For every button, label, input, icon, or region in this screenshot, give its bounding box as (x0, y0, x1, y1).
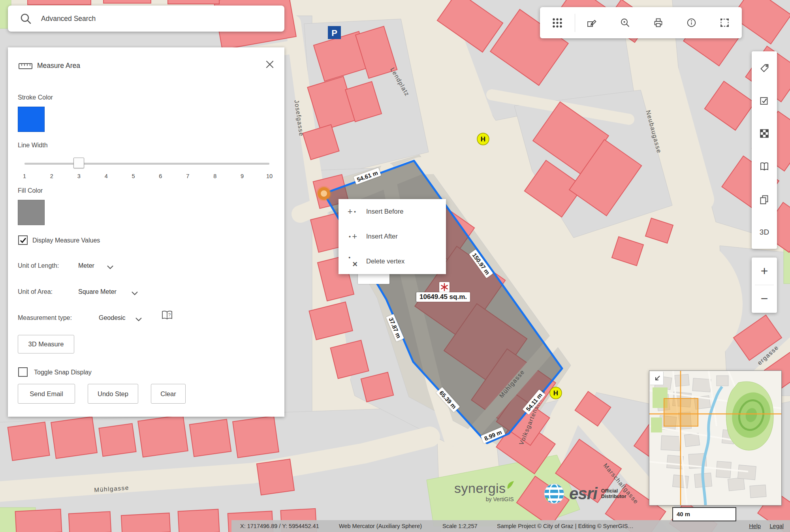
unit-of-length-label: Unit of Length: (18, 261, 59, 271)
display-measure-values-label: Display Measure Values (32, 235, 100, 246)
slider-tick: 5 (132, 173, 135, 179)
help-link[interactable]: Help (749, 520, 761, 532)
chevron-down-icon[interactable] (131, 290, 138, 297)
fill-color-label: Fill Color (18, 186, 43, 195)
slider-tick: 6 (159, 173, 162, 179)
parking-marker: P (328, 26, 341, 39)
chevron-down-icon[interactable] (107, 264, 114, 271)
esri-logo: esri OfficialDistributor (543, 483, 626, 505)
synergis-wordmark: synergis (454, 481, 506, 496)
overview-collapse-button[interactable] (650, 372, 664, 385)
chevron-down-icon[interactable] (135, 316, 142, 323)
app-root: P H H Josefgasse Lendplatz Neubaugasse M… (0, 0, 790, 532)
3d-measure-button[interactable]: 3D Measure (18, 335, 74, 353)
right-toolbar: 3D (752, 51, 777, 249)
help-book-icon[interactable]: ? (160, 310, 174, 322)
by-vertigis-label: by VertiGIS (454, 496, 515, 502)
scale-bar: 40 m (672, 507, 736, 521)
slider-tick: 3 (77, 173, 81, 179)
collapse-arrow-icon (651, 372, 663, 384)
copy-layers-icon[interactable] (752, 183, 777, 216)
menu-item-label: Delete vertex (366, 258, 404, 265)
esri-distributor-label: Distributor (601, 494, 626, 499)
scale-readout: Scale 1:2,257 (442, 520, 478, 532)
close-icon[interactable] (263, 58, 276, 71)
vertex-context-menu: +● Insert Before ●+ Insert After ●× Dele… (339, 199, 446, 274)
apps-grid-icon[interactable] (540, 7, 575, 38)
legal-link[interactable]: Legal (770, 520, 784, 532)
top-toolbar (540, 7, 742, 38)
esri-globe-icon (543, 483, 565, 505)
search-icon (20, 13, 32, 24)
stroke-color-label: Stroke Color (18, 93, 53, 102)
measurement-type-select[interactable]: Geodesic (99, 313, 126, 323)
slider-tick: 9 (241, 173, 244, 179)
insert-after-icon: ●+ (339, 233, 366, 241)
extent-select-icon[interactable] (708, 7, 741, 38)
fill-color-swatch[interactable] (18, 200, 45, 225)
line-width-slider-handle[interactable] (73, 158, 84, 168)
transit-marker-2: H (550, 387, 562, 399)
search-label: Advanced Search (41, 15, 96, 23)
svg-text:H: H (553, 389, 558, 397)
svg-text:?: ? (168, 312, 171, 317)
stroke-color-swatch[interactable] (18, 107, 45, 132)
svg-text:H: H (481, 135, 485, 143)
search-bar[interactable]: Advanced Search (8, 6, 284, 32)
projection-label: Web Mercator (Auxiliary Sphere) (339, 520, 422, 532)
select-features-icon[interactable] (752, 84, 777, 117)
area-label: 10649.45 sq.m. (416, 292, 470, 302)
menu-item-label: Insert After (366, 233, 398, 240)
3d-view-button[interactable]: 3D (752, 216, 777, 248)
tag-icon[interactable] (752, 51, 777, 84)
measurement-type-label: Measurement type: (18, 313, 72, 323)
svg-text:P: P (331, 28, 337, 38)
unit-of-area-label: Unit of Area: (18, 287, 53, 297)
synergis-logo: synergis by VertiGIS (454, 480, 515, 502)
check-icon (20, 237, 26, 243)
menu-item-label: Insert Before (366, 208, 403, 215)
measure-area-panel: Measure Area Stroke Color Line Width 1 2… (8, 47, 284, 417)
slider-tick: 10 (266, 173, 273, 179)
clear-button[interactable]: Clear (151, 384, 186, 404)
toggle-snap-checkbox[interactable] (18, 367, 28, 377)
delete-vertex-icon: ●× (339, 256, 366, 267)
line-width-slider[interactable] (24, 163, 269, 165)
send-email-button[interactable]: Send Email (18, 384, 75, 404)
slider-tick: 4 (105, 173, 108, 179)
slider-tick: 1 (23, 173, 26, 179)
attribution-label: Sample Project © City of Graz | Editing … (497, 520, 634, 532)
unit-of-length-select[interactable]: Meter (78, 261, 94, 271)
panel-title: Measure Area (37, 62, 80, 70)
esri-wordmark: esri (569, 484, 597, 503)
transit-marker-1: H (477, 133, 489, 145)
display-measure-values-checkbox[interactable] (18, 235, 28, 245)
coordinates-readout: X: 1717496.89 / Y: 5954452.41 (240, 520, 319, 532)
slider-tick: 8 (213, 173, 216, 179)
area-marker-icon (439, 282, 450, 292)
sketch-icon[interactable] (575, 7, 608, 38)
zoom-point-icon[interactable] (608, 7, 641, 38)
print-icon[interactable] (641, 7, 675, 38)
zoom-control: + − (752, 258, 777, 313)
basemap-swipe-icon[interactable] (752, 117, 777, 150)
unit-of-area-select[interactable]: Square Meter (78, 287, 117, 297)
measure-area-icon (18, 61, 33, 71)
zoom-out-button[interactable]: − (752, 285, 777, 312)
info-icon[interactable] (675, 7, 708, 38)
overview-map[interactable] (649, 370, 782, 506)
line-width-label: Line Width (18, 141, 48, 150)
zoom-in-button[interactable]: + (752, 258, 777, 285)
menu-item-insert-after[interactable]: ●+ Insert After (339, 224, 446, 249)
slider-tick: 7 (186, 173, 189, 179)
synergis-leaf-icon (506, 480, 515, 491)
slider-tick: 2 (50, 173, 53, 179)
menu-item-delete-vertex[interactable]: ●× Delete vertex (339, 249, 446, 274)
menu-item-insert-before[interactable]: +● Insert Before (339, 199, 446, 224)
insert-before-icon: +● (339, 208, 366, 216)
undo-step-button[interactable]: Undo Step (88, 384, 138, 404)
status-bar: X: 1717496.89 / Y: 5954452.41 Web Mercat… (231, 520, 790, 532)
active-vertex-handle[interactable] (318, 187, 330, 200)
legend-book-icon[interactable] (752, 150, 777, 183)
toggle-snap-label: Toggle Snap Display (34, 367, 92, 378)
